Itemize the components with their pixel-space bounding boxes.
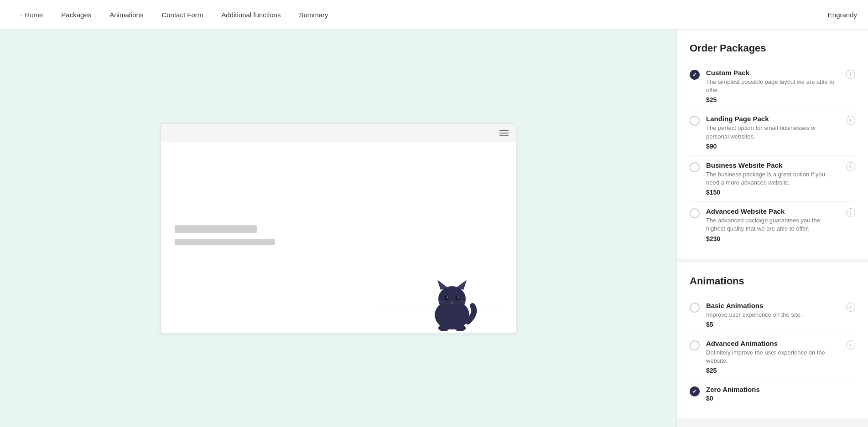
advanced-anim-price: $25 — [706, 367, 840, 374]
landing-pack-radio[interactable] — [690, 116, 700, 126]
right-panel: Order Packages Custom Pack The simplest … — [676, 30, 868, 427]
landing-pack-info-icon[interactable]: i — [846, 116, 855, 125]
advanced-pack-name: Advanced Website Pack — [706, 207, 840, 215]
svg-point-6 — [444, 296, 449, 300]
preview-window — [161, 123, 516, 333]
nav-home[interactable]: ‹ Home — [11, 0, 52, 30]
svg-point-7 — [455, 296, 460, 300]
navbar: ‹ Home Packages Animations Contact Form … — [0, 0, 868, 30]
package-item-business[interactable]: Business Website Pack The business packa… — [690, 156, 855, 202]
preview-area — [0, 30, 676, 427]
basic-anim-name: Basic Animations — [706, 302, 840, 309]
landing-pack-desc: The perfect option for small businesses … — [706, 124, 840, 140]
navbar-items: ‹ Home Packages Animations Contact Form … — [11, 0, 828, 30]
svg-marker-5 — [457, 282, 465, 289]
custom-pack-info: Custom Pack The simplest possible page l… — [706, 69, 840, 103]
business-pack-info-icon[interactable]: i — [846, 162, 855, 171]
custom-pack-price: $25 — [706, 96, 840, 103]
advanced-anim-name: Advanced Animations — [706, 340, 840, 347]
basic-anim-info-icon[interactable]: i — [846, 303, 855, 312]
advanced-pack-price: $230 — [706, 235, 840, 242]
zero-anim-radio[interactable] — [690, 386, 700, 396]
custom-pack-name: Custom Pack — [706, 69, 840, 77]
animation-item-advanced[interactable]: Advanced Animations Definitely improve t… — [690, 334, 855, 380]
animation-item-zero[interactable]: Zero Animations $0 — [690, 380, 855, 407]
preview-topbar — [161, 124, 516, 142]
advanced-pack-radio[interactable] — [690, 208, 700, 218]
package-item-advanced[interactable]: Advanced Website Pack The advanced packa… — [690, 202, 855, 247]
landing-pack-info: Landing Page Pack The perfect option for… — [706, 115, 840, 149]
nav-summary[interactable]: Summary — [290, 0, 337, 30]
custom-pack-desc: The simplest possible page layout we are… — [706, 78, 840, 94]
package-item-landing[interactable]: Landing Page Pack The perfect option for… — [690, 109, 855, 155]
preview-left — [161, 142, 352, 333]
landing-pack-name: Landing Page Pack — [706, 115, 840, 123]
business-pack-price: $150 — [706, 189, 840, 196]
business-pack-radio[interactable] — [690, 162, 700, 172]
nav-contact-form[interactable]: Contact Form — [152, 0, 212, 30]
basic-anim-price: $5 — [706, 321, 840, 328]
preview-content — [161, 142, 516, 333]
svg-point-10 — [451, 301, 453, 303]
nav-packages[interactable]: Packages — [52, 0, 100, 30]
advanced-anim-info: Advanced Animations Definitely improve t… — [706, 340, 840, 374]
basic-anim-info: Basic Animations Improve user experience… — [706, 302, 840, 328]
zero-anim-info: Zero Animations $0 — [706, 386, 855, 402]
hamburger-icon[interactable] — [499, 130, 509, 136]
animations-title: Animations — [690, 275, 855, 287]
business-pack-name: Business Website Pack — [706, 161, 840, 169]
custom-pack-info-icon[interactable]: i — [846, 70, 855, 79]
placeholder-bar-2 — [175, 239, 275, 245]
zero-anim-price: $0 — [706, 395, 855, 402]
nav-home-label[interactable]: Home — [25, 11, 43, 19]
svg-point-9 — [457, 297, 459, 298]
svg-point-8 — [447, 297, 448, 298]
business-pack-info: Business Website Pack The business packa… — [706, 161, 840, 196]
landing-pack-price: $90 — [706, 143, 840, 150]
animation-item-basic[interactable]: Basic Animations Improve user experience… — [690, 296, 855, 334]
basic-anim-radio[interactable] — [690, 303, 700, 313]
zero-anim-name: Zero Animations — [706, 386, 855, 393]
business-pack-desc: The business package is a great option i… — [706, 170, 840, 187]
advanced-pack-desc: The advanced package guarantees you the … — [706, 216, 840, 233]
order-packages-section: Order Packages Custom Pack The simplest … — [677, 30, 868, 259]
nav-additional-functions[interactable]: Additional functions — [212, 0, 290, 30]
advanced-pack-info: Advanced Website Pack The advanced packa… — [706, 207, 840, 242]
main-layout: Order Packages Custom Pack The simplest … — [0, 30, 868, 427]
package-item-custom[interactable]: Custom Pack The simplest possible page l… — [690, 63, 855, 109]
svg-marker-4 — [439, 282, 447, 289]
advanced-pack-info-icon[interactable]: i — [846, 208, 855, 217]
custom-pack-radio[interactable] — [690, 70, 700, 80]
animations-section: Animations Basic Animations Improve user… — [677, 262, 868, 419]
order-packages-title: Order Packages — [690, 42, 855, 54]
advanced-anim-info-icon[interactable]: i — [846, 340, 855, 350]
nav-animations[interactable]: Animations — [100, 0, 152, 30]
advanced-anim-desc: Definitely improve the user experience o… — [706, 349, 840, 365]
cat-illustration — [425, 272, 479, 333]
placeholder-bar-1 — [175, 225, 257, 233]
svg-point-1 — [438, 286, 466, 312]
advanced-anim-radio[interactable] — [690, 340, 700, 350]
brand-label: Engrandy — [828, 11, 857, 19]
chevron-left-icon: ‹ — [20, 11, 22, 18]
basic-anim-desc: Improve user experience on the site. — [706, 311, 840, 319]
preview-right — [352, 142, 516, 333]
